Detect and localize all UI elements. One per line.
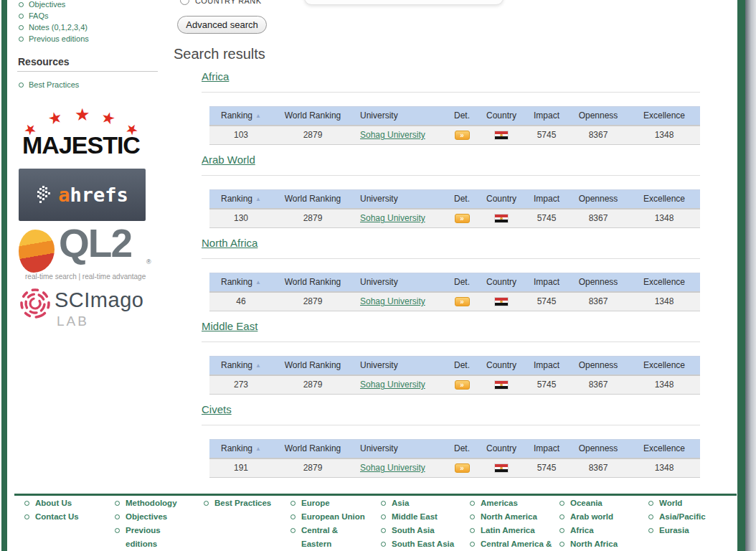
footer-item[interactable]: Asia/Pacific (648, 510, 730, 524)
footer-link[interactable]: Contact Us (35, 512, 79, 521)
column-header-openness[interactable]: Openness (568, 190, 628, 209)
column-header-openness[interactable]: Openness (568, 107, 628, 126)
footer-item[interactable]: Previous editions (114, 524, 192, 551)
column-header-ranking[interactable]: Ranking▲ (209, 190, 273, 209)
advanced-search-button[interactable]: Advanced search (177, 16, 267, 34)
footer-link[interactable]: Middle East (392, 512, 438, 521)
footer-link[interactable]: Americas (481, 499, 518, 507)
column-header-ranking[interactable]: Ranking▲ (209, 440, 273, 458)
column-header-world-ranking[interactable]: World Ranking (273, 190, 353, 209)
search-box-cut-off[interactable] (304, 0, 504, 5)
footer-item[interactable]: Latin America (469, 524, 554, 537)
footer-link[interactable]: Central & Eastern (301, 526, 338, 548)
column-header-country[interactable]: Country (478, 107, 525, 126)
sidebar-link-objectives[interactable]: Objectives (29, 0, 65, 9)
footer-item[interactable]: North America (469, 510, 554, 524)
footer-item[interactable]: Europe (290, 496, 367, 510)
footer-link[interactable]: World (659, 499, 682, 507)
university-link[interactable]: Sohag University (360, 130, 425, 140)
footer-link[interactable]: Central America & (481, 540, 552, 548)
column-header-det[interactable]: Det. (446, 107, 478, 126)
footer-item[interactable]: Americas (469, 496, 554, 510)
column-header-openness[interactable]: Openness (568, 440, 628, 458)
column-header-excellence[interactable]: Excellence (628, 357, 700, 375)
footer-link[interactable]: Previous editions (126, 526, 161, 548)
section-title-link[interactable]: North Africa (202, 237, 257, 249)
footer-item[interactable]: Asia (380, 496, 456, 510)
footer-item[interactable]: Central America & (469, 537, 554, 551)
footer-link[interactable]: South Asia (392, 526, 435, 534)
footer-item[interactable]: North Africa (559, 537, 638, 551)
footer-link[interactable]: Latin America (481, 526, 535, 534)
footer-item[interactable]: Middle East (380, 510, 456, 524)
column-header-ranking[interactable]: Ranking▲ (209, 107, 273, 126)
sidebar-item-best-practices[interactable]: Best Practices (18, 79, 79, 90)
ql2-logo[interactable]: QL2 ® real-time search | real-time advan… (19, 227, 159, 286)
footer-link[interactable]: Oceania (570, 499, 603, 507)
column-header-university[interactable]: University (353, 273, 446, 292)
footer-link[interactable]: Asia/Pacific (659, 512, 706, 521)
sidebar-link-previous-editions[interactable]: Previous editions (29, 34, 89, 43)
column-header-world-ranking[interactable]: World Ranking (273, 440, 353, 458)
column-header-university[interactable]: University (353, 440, 446, 458)
ahrefs-logo[interactable]: ahrefs (19, 169, 146, 221)
footer-link[interactable]: Best Practices (214, 499, 271, 507)
column-header-det[interactable]: Det. (446, 357, 478, 375)
footer-link[interactable]: Africa (570, 526, 594, 534)
sidebar-item-previous-editions[interactable]: Previous editions (18, 33, 89, 44)
university-link[interactable]: Sohag University (360, 213, 425, 223)
footer-link[interactable]: South East Asia (392, 540, 454, 548)
footer-item[interactable]: South Asia (380, 524, 456, 537)
footer-item[interactable]: World (648, 496, 730, 510)
column-header-ranking[interactable]: Ranking▲ (209, 273, 273, 292)
footer-item[interactable]: Contact Us (24, 510, 103, 524)
footer-link[interactable]: Methodology (126, 499, 177, 507)
footer-item[interactable]: Eurasia (648, 524, 730, 537)
university-link[interactable]: Sohag University (360, 463, 425, 473)
column-header-university[interactable]: University (353, 190, 446, 209)
footer-item[interactable]: Best Practices (203, 496, 288, 510)
section-title-link[interactable]: Africa (202, 70, 229, 83)
sidebar-link-notes[interactable]: Notes (0,1,2,3,4) (29, 23, 88, 32)
footer-item[interactable]: Africa (559, 524, 638, 537)
column-header-university[interactable]: University (353, 107, 446, 126)
footer-link[interactable]: North Africa (570, 540, 618, 548)
column-header-det[interactable]: Det. (446, 440, 478, 458)
column-header-country[interactable]: Country (478, 357, 525, 375)
sidebar-link-best-practices[interactable]: Best Practices (29, 80, 79, 89)
footer-item[interactable]: Oceania (559, 496, 638, 510)
column-header-impact[interactable]: Impact (525, 357, 568, 375)
footer-item[interactable]: About Us (24, 496, 103, 510)
footer-item[interactable]: Arab world (559, 510, 638, 524)
scimago-logo[interactable]: SCImago LAB (19, 284, 159, 331)
column-header-world-ranking[interactable]: World Ranking (273, 107, 353, 126)
footer-link[interactable]: North America (481, 512, 537, 521)
footer-link[interactable]: Arab world (570, 512, 613, 521)
footer-item[interactable]: Methodology (114, 496, 192, 510)
column-header-country[interactable]: Country (478, 190, 525, 209)
column-header-university[interactable]: University (353, 357, 446, 375)
column-header-country[interactable]: Country (478, 273, 525, 292)
column-header-excellence[interactable]: Excellence (628, 273, 700, 292)
column-header-impact[interactable]: Impact (525, 440, 568, 458)
section-title-link[interactable]: Civets (202, 403, 232, 415)
column-header-det[interactable]: Det. (446, 273, 478, 292)
footer-link[interactable]: Objectives (126, 512, 167, 521)
sidebar-link-faqs[interactable]: FAQs (29, 11, 49, 20)
column-header-excellence[interactable]: Excellence (628, 190, 700, 209)
column-header-excellence[interactable]: Excellence (628, 440, 700, 458)
majestic-logo[interactable]: ★ ★ ★ ★ ★ MAJESTIC (18, 105, 147, 162)
footer-link[interactable]: European Union (301, 512, 365, 521)
section-title-link[interactable]: Middle East (202, 320, 257, 332)
column-header-ranking[interactable]: Ranking▲ (209, 357, 273, 375)
details-link[interactable]: » (455, 463, 470, 473)
footer-link[interactable]: Europe (301, 499, 330, 507)
sidebar-item-faqs[interactable]: FAQs (18, 10, 89, 22)
details-link[interactable]: » (455, 214, 470, 223)
column-header-impact[interactable]: Impact (525, 107, 568, 126)
details-link[interactable]: » (455, 131, 470, 140)
column-header-openness[interactable]: Openness (568, 273, 628, 292)
footer-link[interactable]: Asia (392, 499, 409, 507)
column-header-det[interactable]: Det. (446, 190, 478, 209)
footer-item[interactable]: European Union (290, 510, 367, 524)
